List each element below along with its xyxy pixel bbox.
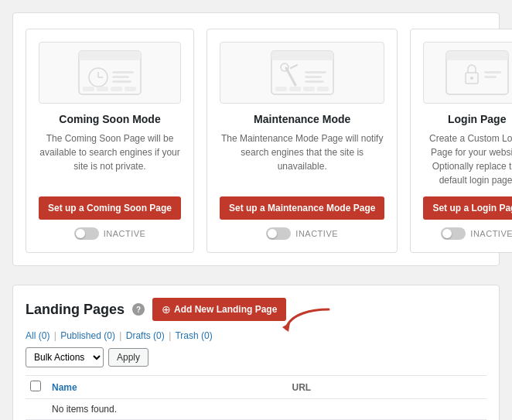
add-new-landing-page-button[interactable]: ⊕ Add New Landing Page <box>152 298 286 321</box>
svg-rect-23 <box>317 87 329 91</box>
svg-rect-19 <box>305 80 324 83</box>
coming-soon-toggle[interactable] <box>74 227 99 240</box>
maintenance-status: INACTIVE <box>295 229 338 238</box>
login-desc: Create a Custom Login Page for your webs… <box>423 131 512 187</box>
coming-soon-title: Coming Soon Mode <box>59 113 160 125</box>
login-toggle[interactable] <box>441 227 466 240</box>
coming-soon-illustration <box>39 42 181 104</box>
table-header-url: URL <box>286 376 487 399</box>
login-illustration <box>423 42 512 104</box>
svg-rect-25 <box>446 51 508 60</box>
svg-rect-20 <box>275 87 287 91</box>
svg-rect-9 <box>97 87 108 91</box>
svg-rect-13 <box>271 51 333 60</box>
svg-rect-7 <box>112 80 131 83</box>
login-toggle-row: INACTIVE <box>441 227 512 240</box>
svg-point-27 <box>470 77 473 80</box>
login-card: Login Page Create a Custom Login Page fo… <box>410 29 512 253</box>
no-items-row: No items found. <box>26 399 486 420</box>
svg-rect-8 <box>83 87 94 91</box>
login-status: INACTIVE <box>470 229 512 238</box>
cards-container: Coming Soon Mode The Coming Soon Page wi… <box>12 12 500 266</box>
add-icon: ⊕ <box>162 303 171 316</box>
maintenance-toggle-row: INACTIVE <box>266 227 338 240</box>
maintenance-card: Maintenance Mode The Maintenance Mode Pa… <box>207 29 398 253</box>
red-arrow-annotation <box>282 306 333 336</box>
svg-line-16 <box>291 65 297 68</box>
login-title: Login Page <box>448 113 506 125</box>
svg-point-15 <box>281 63 288 71</box>
svg-rect-11 <box>125 87 136 91</box>
coming-soon-card: Coming Soon Mode The Coming Soon Page wi… <box>26 29 194 253</box>
svg-rect-28 <box>484 71 501 73</box>
landing-pages-table: Name URL No items found. N <box>26 375 486 420</box>
page-wrapper: Coming Soon Mode The Coming Soon Page wi… <box>0 0 512 420</box>
svg-rect-18 <box>305 76 322 78</box>
coming-soon-toggle-row: INACTIVE <box>74 227 146 240</box>
select-all-checkbox[interactable] <box>30 381 41 391</box>
svg-marker-30 <box>282 323 290 332</box>
filter-all[interactable]: All (0) <box>26 330 53 341</box>
apply-button[interactable]: Apply <box>108 348 148 367</box>
help-icon[interactable]: ? <box>132 303 145 316</box>
filter-drafts[interactable]: Drafts (0) <box>126 330 167 341</box>
add-button-label: Add New Landing Page <box>174 304 277 315</box>
bulk-actions-row: Bulk Actions Delete Apply <box>26 347 486 367</box>
svg-rect-6 <box>112 76 129 78</box>
filter-trash[interactable]: Trash (0) <box>175 330 212 341</box>
section-header: Landing Pages ? ⊕ Add New Landing Page <box>26 298 486 321</box>
svg-rect-29 <box>484 76 497 78</box>
filter-bar: All (0) | Published (0) | Drafts (0) | T… <box>26 330 486 341</box>
svg-rect-21 <box>289 87 301 91</box>
coming-soon-status: INACTIVE <box>104 229 146 238</box>
svg-rect-17 <box>305 71 326 73</box>
svg-rect-10 <box>111 87 122 91</box>
svg-rect-5 <box>112 71 134 73</box>
coming-soon-button[interactable]: Set up a Coming Soon Page <box>39 196 181 220</box>
add-button-container: ⊕ Add New Landing Page <box>152 298 286 321</box>
table-header-row: Name URL <box>26 376 486 399</box>
filter-published[interactable]: Published (0) <box>60 330 118 341</box>
table-header-checkbox <box>26 376 46 399</box>
login-button[interactable]: Set up a Login Page <box>423 196 512 220</box>
maintenance-illustration <box>220 42 384 104</box>
section-title: Landing Pages <box>26 302 125 318</box>
bulk-actions-select[interactable]: Bulk Actions Delete <box>26 347 104 367</box>
table-header-name[interactable]: Name <box>46 376 286 399</box>
svg-rect-22 <box>303 87 315 91</box>
maintenance-toggle[interactable] <box>266 227 291 240</box>
coming-soon-desc: The Coming Soon Page will be available t… <box>39 131 181 187</box>
svg-rect-1 <box>79 51 141 60</box>
maintenance-desc: The Maintenance Mode Page will notify se… <box>220 131 384 187</box>
maintenance-button[interactable]: Set up a Maintenance Mode Page <box>220 196 384 220</box>
no-items-text: No items found. <box>46 399 486 420</box>
landing-pages-section: Landing Pages ? ⊕ Add New Landing Page A… <box>12 285 500 420</box>
maintenance-title: Maintenance Mode <box>254 113 350 125</box>
